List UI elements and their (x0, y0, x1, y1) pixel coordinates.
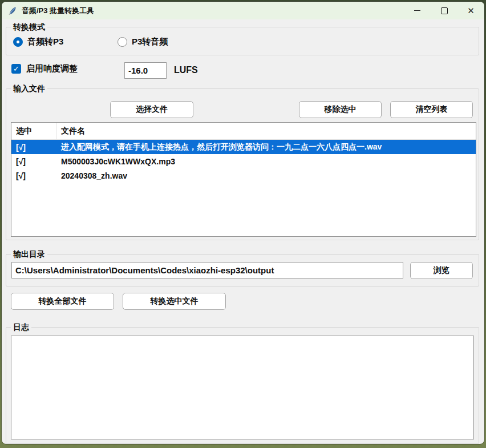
close-button[interactable]: ✕ (457, 2, 484, 19)
lufs-unit-label: LUFS (174, 65, 198, 75)
output-dir-input[interactable] (11, 262, 403, 279)
row-filename-cell: 20240308_zh.wav (56, 171, 476, 180)
file-table-header: 选中 文件名 (11, 123, 476, 140)
row-filename-cell: 进入配网模式，请在手机上连接热点，然后打开浏览器访问：一九二点一六八点四点一.w… (56, 142, 476, 152)
close-icon: ✕ (467, 6, 475, 15)
maximize-icon (441, 7, 448, 14)
mode-group-label: 转换模式 (11, 22, 47, 32)
log-group-label: 日志 (11, 322, 31, 332)
output-dir-group: 输出目录 浏览 (6, 254, 479, 286)
loudness-row: ✓ 启用响度调整 LUFS (2, 61, 484, 82)
select-files-button[interactable]: 选择文件 (110, 101, 193, 118)
minimize-button[interactable] (404, 2, 431, 19)
titlebar[interactable]: 音频/P3 批量转换工具 ✕ (2, 2, 484, 19)
loudness-checkbox-label: 启用响度调整 (26, 63, 78, 74)
radio-option-p3-to-audio[interactable]: P3转音频 (118, 37, 168, 47)
maximize-button[interactable] (431, 2, 457, 19)
app-window: 音频/P3 批量转换工具 ✕ 转换模式 音频转P3 (2, 2, 484, 444)
radio-selected-icon (13, 37, 23, 47)
checkbox-checked-icon: ✓ (11, 64, 21, 74)
table-row[interactable]: [√] M500003J0cWK1WWxQX.mp3 (11, 154, 476, 168)
radio-option-label: 音频转P3 (27, 37, 63, 47)
mode-group: 转换模式 音频转P3 P3转音频 (6, 27, 479, 55)
radio-option-audio-to-p3[interactable]: 音频转P3 (13, 37, 63, 47)
convert-all-button[interactable]: 转换全部文件 (11, 293, 114, 310)
desktop-wallpaper: 音频/P3 批量转换工具 ✕ 转换模式 音频转P3 (0, 0, 486, 448)
radio-unselected-icon (118, 37, 127, 47)
python-app-icon (8, 6, 17, 15)
row-checked-cell: [√] (11, 171, 56, 180)
log-output[interactable] (11, 336, 474, 439)
output-dir-group-label: 输出目录 (11, 249, 47, 259)
table-row[interactable]: [√] 20240308_zh.wav (11, 168, 476, 183)
row-checked-cell: [√] (11, 143, 56, 152)
window-controls: ✕ (404, 2, 484, 19)
actions-row: 转换全部文件 转换选中文件 (2, 293, 484, 310)
loudness-checkbox[interactable]: ✓ 启用响度调整 (11, 63, 78, 74)
header-cell-filename[interactable]: 文件名 (56, 123, 476, 139)
lufs-input[interactable] (124, 62, 167, 79)
minimize-icon (414, 10, 420, 11)
row-checked-cell: [√] (11, 157, 56, 166)
input-files-group: 输入文件 选择文件 移除选中 清空列表 选中 文件名 [√] 进入配网模式，请在… (6, 88, 479, 240)
log-group: 日志 (6, 327, 479, 444)
header-cell-checked[interactable]: 选中 (11, 123, 56, 139)
radio-option-label: P3转音频 (132, 37, 168, 47)
file-table: 选中 文件名 [√] 进入配网模式，请在手机上连接热点，然后打开浏览器访问：一九… (11, 122, 476, 237)
row-filename-cell: M500003J0cWK1WWxQX.mp3 (56, 157, 476, 166)
browse-button[interactable]: 浏览 (410, 262, 473, 279)
table-row[interactable]: [√] 进入配网模式，请在手机上连接热点，然后打开浏览器访问：一九二点一六八点四… (11, 140, 476, 154)
window-title: 音频/P3 批量转换工具 (22, 6, 94, 16)
clear-list-button[interactable]: 清空列表 (390, 101, 473, 118)
remove-selected-button[interactable]: 移除选中 (299, 101, 382, 118)
convert-selected-button[interactable]: 转换选中文件 (123, 293, 226, 310)
input-files-group-label: 输入文件 (11, 84, 47, 94)
